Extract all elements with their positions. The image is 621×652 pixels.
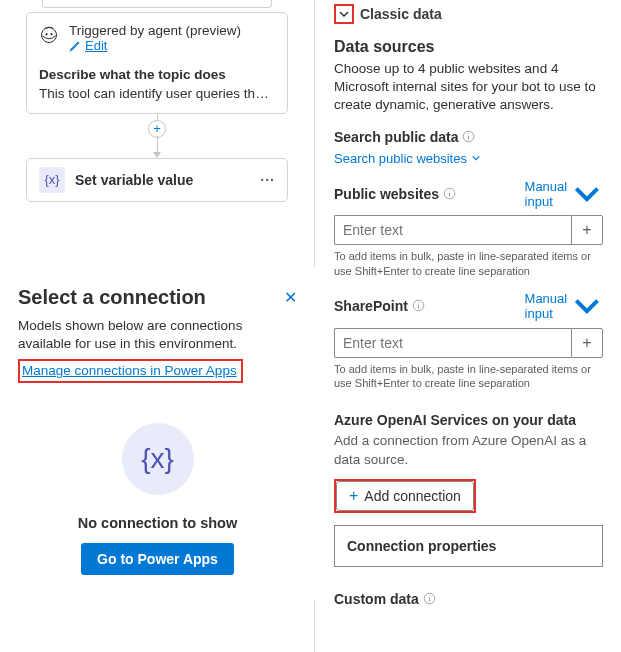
describe-heading: Describe what the topic does [39,67,275,82]
no-connection-text: No connection to show [78,515,238,531]
connector [157,136,158,152]
sharepoint-input[interactable] [334,328,571,358]
chevron-down-icon [471,153,481,163]
manual-input-toggle[interactable]: Manual input [525,290,603,322]
set-variable-node[interactable]: {x} Set variable value ··· [26,158,288,202]
plus-icon: + [349,487,358,505]
select-connection-panel: Select a connection ✕ Models shown below… [0,268,315,599]
close-icon[interactable]: ✕ [284,288,297,307]
info-icon [423,592,436,605]
add-item-button[interactable]: + [571,328,603,358]
panel-description: Models shown below are connections avail… [18,317,297,353]
connector: + [157,114,158,136]
svg-point-1 [45,33,47,35]
data-sources-heading: Data sources [334,38,603,56]
info-icon [412,299,425,312]
svg-point-14 [429,596,430,597]
bulk-hint: To add items in bulk, paste in line-sepa… [334,249,603,278]
search-public-label: Search public data [334,129,603,145]
chevron-down-icon [571,290,603,322]
connection-properties-box[interactable]: Connection properties [334,525,603,567]
svg-point-11 [418,303,419,304]
variable-placeholder-icon: {x} [122,423,194,495]
manage-connections-link[interactable]: Manage connections in Power Apps [22,363,237,378]
describe-text: This tool can identify user queries that… [39,86,275,101]
agent-icon [39,25,59,45]
manual-input-toggle[interactable]: Manual input [525,178,603,210]
bulk-hint: To add items in bulk, paste in line-sepa… [334,362,603,391]
node-title: Set variable value [75,172,250,188]
svg-point-5 [468,133,469,134]
highlight-box: + Add connection [334,479,476,513]
chevron-down-icon[interactable] [337,7,351,21]
custom-data-label: Custom data [334,591,603,607]
highlight-box: Manage connections in Power Apps [18,359,243,383]
arrow-icon [153,152,161,158]
trigger-title: Triggered by agent (preview) [69,23,241,38]
search-public-websites-link[interactable]: Search public websites [334,151,481,166]
info-icon [462,130,475,143]
info-icon [443,187,456,200]
edit-icon [69,40,81,52]
public-websites-input[interactable] [334,215,571,245]
aoai-desc: Add a connection from Azure OpenAI as a … [334,432,603,468]
public-websites-label: Public websites [334,186,456,202]
aoai-heading: Azure OpenAI Services on your data [334,412,603,428]
edit-trigger-link[interactable]: Edit [69,38,107,53]
variable-icon: {x} [39,167,65,193]
trigger-node[interactable]: Triggered by agent (preview) Edit Descri… [26,12,288,114]
svg-point-0 [42,28,57,43]
add-connection-button[interactable]: + Add connection [336,481,474,511]
panel-title: Select a connection [18,286,206,309]
svg-point-2 [50,33,52,35]
classic-data-label: Classic data [360,6,442,22]
data-sources-desc: Choose up to 4 public websites and 4 Mic… [334,60,603,115]
chevron-down-icon [571,178,603,210]
node-menu-button[interactable]: ··· [260,172,275,188]
sharepoint-label: SharePoint [334,298,425,314]
svg-point-8 [449,190,450,191]
highlight-box [334,4,354,24]
go-to-power-apps-button[interactable]: Go to Power Apps [81,543,234,575]
add-item-button[interactable]: + [571,215,603,245]
node-collapsed-top [42,0,272,8]
